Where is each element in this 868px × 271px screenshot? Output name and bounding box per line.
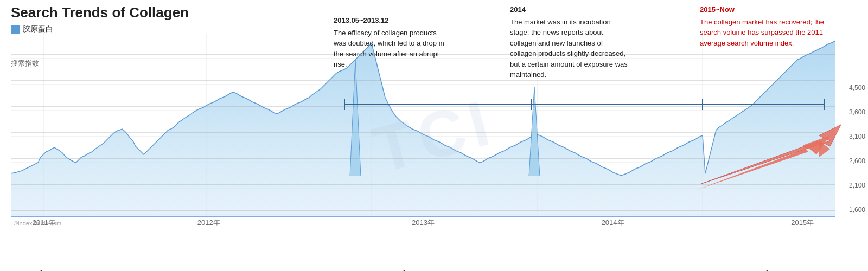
x-year-2012: 2012年: [197, 218, 220, 228]
chart-title: Search Trends of Collagen: [11, 4, 189, 21]
x-year-2015: 2015年: [791, 218, 814, 228]
y-label-6: 1,600: [849, 206, 865, 214]
grid-line-2: [11, 80, 835, 81]
annotation-2015-year: 2015~Now: [700, 4, 846, 15]
y-label-5: 2,100: [849, 182, 865, 189]
annotation-2015: 2015~Now The collagen market has recover…: [700, 4, 846, 48]
chart-container: TCI Search Trends of Collagen 胶原蛋白 搜索指数 …: [0, 0, 868, 271]
bottom-year-2015: 2015年: [737, 268, 775, 271]
legend-label: 胶原蛋白: [23, 24, 53, 34]
annotation-2013-year: 2013.05~2013.12: [334, 15, 448, 26]
legend-box: [11, 25, 20, 34]
source-label: ©index.baidu.com: [14, 220, 61, 227]
bottom-year-2013: 2013年: [374, 268, 412, 271]
y-label-2: 3,600: [849, 108, 865, 116]
y-label-4: 2,600: [849, 157, 865, 165]
title-area: Search Trends of Collagen 胶原蛋白: [11, 4, 189, 34]
annotation-2013-text: The efficacy of collagen products was do…: [334, 28, 448, 70]
annotation-2014-text: The market was in its incubation stage; …: [510, 17, 629, 80]
y-label-3: 3,100: [849, 133, 865, 140]
grid-line-7: [11, 210, 835, 211]
annotation-2013: 2013.05~2013.12 The efficacy of collagen…: [334, 15, 448, 70]
x-year-2013: 2013年: [412, 218, 435, 228]
y-label-1: 4,500: [849, 84, 865, 92]
trend-arrow: [689, 108, 841, 195]
annotation-2014-year: 2014: [510, 4, 629, 15]
annotation-2014: 2014 The market was in its incubation st…: [510, 4, 629, 80]
bottom-year-2011: 2011年: [11, 268, 49, 271]
x-axis-years: 2011年 2012年 2013年 2014年 2015年: [11, 218, 835, 229]
x-year-2014: 2014年: [602, 218, 624, 228]
annotation-2015-text: The collagen market has recovered; the s…: [700, 17, 846, 49]
legend: 胶原蛋白: [11, 24, 189, 34]
search-index-label: 搜索指数: [11, 59, 39, 68]
